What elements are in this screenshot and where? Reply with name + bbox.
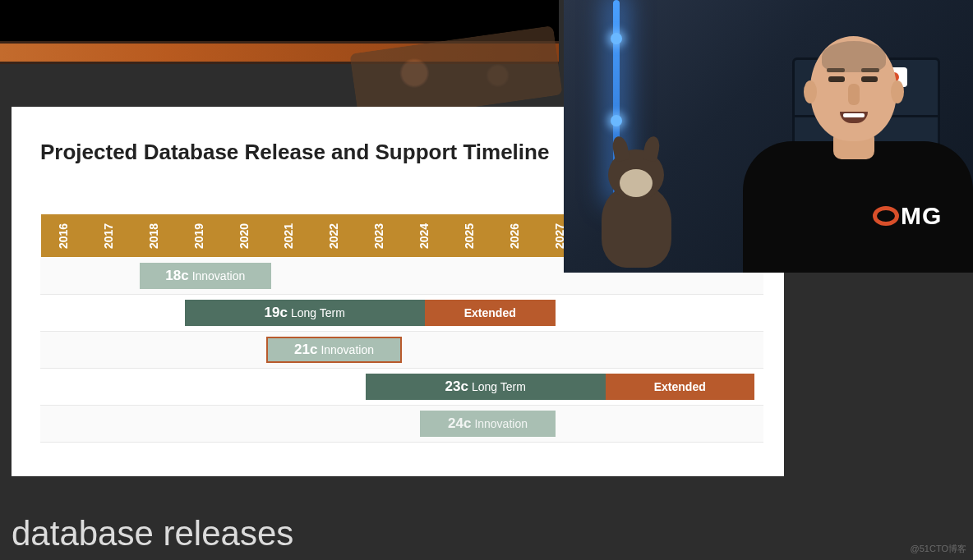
shirt-logo: MG bbox=[873, 202, 942, 230]
year-label: 2019 bbox=[177, 214, 222, 257]
shirt-text: MG bbox=[901, 202, 942, 230]
year-label: 2026 bbox=[492, 214, 537, 257]
release-bar-18c: 18c Innovation bbox=[140, 263, 271, 289]
presenter-webcam: MG bbox=[564, 0, 973, 273]
top-black-bar bbox=[0, 0, 559, 41]
year-label: 2017 bbox=[86, 214, 131, 257]
release-bar-23c: 23c Long Term bbox=[366, 374, 606, 400]
caption-text: database releases bbox=[12, 514, 293, 553]
extended-bar-19c: Extended bbox=[425, 300, 556, 326]
year-label: 2024 bbox=[402, 214, 447, 257]
extended-bar-23c: Extended bbox=[606, 374, 755, 400]
year-label: 2022 bbox=[311, 214, 357, 257]
release-bar-19c: 19c Long Term bbox=[185, 300, 425, 326]
gantt-rows: 18c Innovation19c Long TermExtended21c I… bbox=[40, 258, 763, 443]
year-label: 2021 bbox=[266, 214, 311, 257]
year-label: 2020 bbox=[222, 214, 267, 257]
release-bar-21c: 21c Innovation bbox=[266, 337, 402, 363]
year-label: 2023 bbox=[357, 214, 402, 257]
plush-toy bbox=[577, 136, 692, 268]
release-row: 21c Innovation bbox=[40, 332, 763, 369]
oracle-o-icon bbox=[873, 206, 899, 226]
release-bar-24c: 24c Innovation bbox=[420, 411, 556, 437]
year-label: 2025 bbox=[447, 214, 492, 257]
year-label: 2018 bbox=[131, 214, 177, 257]
release-row: 24c Innovation bbox=[40, 406, 763, 443]
release-row: 23c Long TermExtended bbox=[40, 369, 763, 406]
slide-title: Projected Database Release and Support T… bbox=[40, 140, 549, 165]
release-row: 19c Long TermExtended bbox=[40, 295, 763, 332]
watermark: @51CTO博客 bbox=[911, 543, 966, 555]
year-label: 2016 bbox=[41, 214, 86, 257]
presenter-figure: MG bbox=[726, 34, 973, 273]
